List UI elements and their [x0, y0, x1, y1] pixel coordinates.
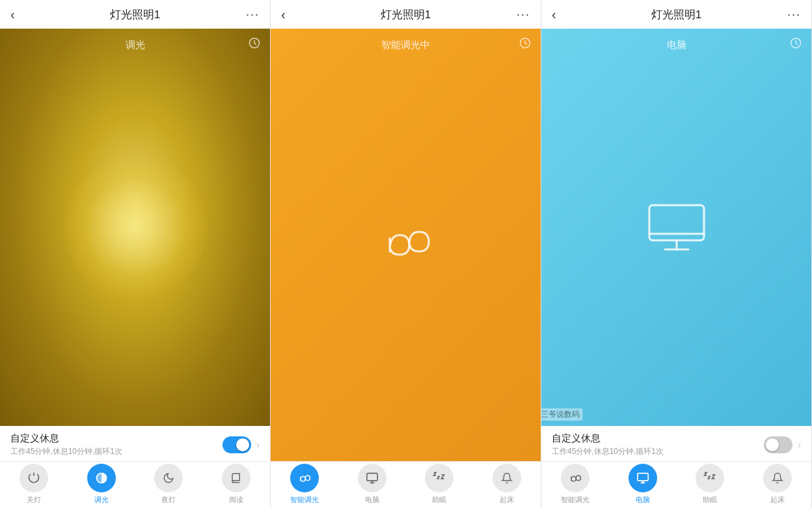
nav-icon-moon [154, 464, 183, 492]
title-p2: 灯光照明1 [381, 7, 431, 22]
nav-icon-bell [493, 464, 521, 492]
info-bar-p3: 自定义休息 工作45分钟,休息10分钟,循环1次 › [541, 426, 811, 461]
panel-smart-screen: ‹ 灯光照明1 ··· 智能调光中 [271, 0, 541, 508]
nav-icon-sleep-p3 [696, 464, 724, 492]
dimmer-background: 调光 [0, 29, 270, 426]
title-p1: 灯光照明1 [110, 7, 160, 22]
title-p3: 灯光照明1 [651, 7, 701, 22]
nav-icon-wakeup-p3 [763, 464, 792, 492]
arrow-icon-p1: › [256, 439, 260, 451]
arrow-icon-p3: › [798, 439, 801, 451]
toggle-p3[interactable] [764, 436, 792, 453]
back-button-p1[interactable]: ‹ [10, 7, 15, 22]
nav-item-power[interactable]: 关灯 [17, 464, 51, 505]
nav-bar-p3: 智能调光 电脑 助眠 [541, 461, 811, 508]
nav-label-sleep-p3: 助眠 [703, 495, 717, 505]
content-p2: 智能调光中 [271, 29, 541, 461]
svg-rect-4 [649, 205, 704, 240]
mode-label-p2: 智能调光中 [271, 39, 541, 51]
panel-computer-screen: ‹ 灯光照明1 ··· 电脑 [541, 0, 812, 508]
clock-icon-p1[interactable] [248, 36, 261, 53]
header-panel2: ‹ 灯光照明1 ··· [271, 0, 541, 29]
nav-item-wakeup-p3[interactable]: 起床 [761, 464, 794, 505]
wave-icon-p2 [377, 216, 435, 275]
info-title-p3: 自定义休息 [552, 432, 664, 445]
back-button-p3[interactable]: ‹ [552, 7, 556, 22]
nav-label-reading: 阅读 [229, 495, 243, 505]
info-bar-p1: 自定义休息 工作45分钟,休息10分钟,循环1次 › [0, 426, 270, 461]
more-button-p2[interactable]: ··· [517, 8, 530, 21]
glow-effect [64, 156, 207, 299]
mode-label-p1: 调光 [0, 39, 270, 51]
more-button-p3[interactable]: ··· [787, 8, 801, 21]
nav-label-smart: 智能调光 [290, 495, 319, 505]
info-subtitle-p3: 工作45分钟,休息10分钟,循环1次 [552, 446, 664, 457]
nav-label-computer-p2: 电脑 [365, 495, 379, 505]
info-right-p3: › [764, 436, 801, 453]
nav-icon-computer-p3 [629, 464, 657, 492]
nav-item-sleep[interactable]: 助眠 [422, 464, 456, 505]
toggle-knob-p3 [766, 438, 779, 451]
computer-background: 电脑 知乎 @小三爷说数码 [541, 29, 811, 426]
monitor-icon-p3 [644, 200, 709, 255]
more-button-p1[interactable]: ··· [246, 8, 260, 21]
nav-label-power: 关灯 [27, 495, 41, 505]
nav-bar-p1: 关灯 调光 夜灯 [0, 461, 270, 508]
info-title-p1: 自定义休息 [10, 432, 122, 445]
watermark-text2: @小三爷说数码 [541, 408, 582, 421]
info-row-p3: 自定义休息 工作45分钟,休息10分钟,循环1次 › [552, 432, 801, 457]
nav-icon-power [20, 464, 48, 492]
nav-label-wakeup-p3: 起床 [770, 495, 785, 505]
info-subtitle-p1: 工作45分钟,休息10分钟,循环1次 [10, 446, 122, 457]
nav-icon-smart [290, 464, 319, 492]
toggle-p1[interactable] [223, 436, 251, 453]
nav-label-wakeup: 起床 [500, 495, 514, 505]
nav-item-nightlight[interactable]: 夜灯 [152, 464, 185, 505]
info-text-p1: 自定义休息 工作45分钟,休息10分钟,循环1次 [10, 432, 122, 457]
toggle-knob-p1 [236, 438, 249, 451]
content-p3: 电脑 知乎 @小三爷说数码 [541, 29, 811, 426]
nav-icon-sleep [425, 464, 453, 492]
nav-item-computer-p2[interactable]: 电脑 [355, 464, 389, 505]
nav-item-dimmer[interactable]: 调光 [85, 464, 118, 505]
clock-icon-p2[interactable] [519, 36, 532, 53]
svg-rect-2 [366, 473, 377, 481]
nav-item-smart[interactable]: 智能调光 [288, 464, 321, 505]
nav-label-nightlight: 夜灯 [161, 495, 176, 505]
nav-icon-book [222, 464, 250, 492]
nav-label-computer-p3: 电脑 [636, 495, 650, 505]
nav-item-computer-p3[interactable]: 电脑 [626, 464, 660, 505]
nav-icon-smart-p3 [561, 464, 589, 492]
mode-label-p3: 电脑 [541, 39, 811, 51]
svg-rect-8 [637, 473, 647, 481]
nav-item-reading[interactable]: 阅读 [219, 464, 253, 505]
nav-item-wakeup[interactable]: 起床 [490, 464, 524, 505]
panel-dimmer-screen: ‹ 灯光照明1 ··· 调光 自定义休息 工作45分钟,休息10分钟,循环1次 [0, 0, 271, 508]
nav-item-sleep-p3[interactable]: 助眠 [693, 464, 727, 505]
nav-label-smart-p3: 智能调光 [561, 495, 589, 505]
watermark: 知乎 @小三爷说数码 [541, 408, 677, 421]
nav-label-sleep: 助眠 [432, 495, 446, 505]
content-p1: 调光 [0, 29, 270, 426]
nav-icon-dimmer [87, 464, 116, 492]
nav-item-smart-p3[interactable]: 智能调光 [558, 464, 592, 505]
nav-label-dimmer: 调光 [94, 495, 109, 505]
nav-icon-computer-p2 [358, 464, 386, 492]
header-panel1: ‹ 灯光照明1 ··· [0, 0, 270, 29]
header-panel3: ‹ 灯光照明1 ··· [541, 0, 811, 29]
clock-icon-p3[interactable] [789, 36, 802, 53]
back-button-p2[interactable]: ‹ [281, 7, 286, 22]
info-row-p1: 自定义休息 工作45分钟,休息10分钟,循环1次 › [10, 432, 260, 457]
info-text-p3: 自定义休息 工作45分钟,休息10分钟,循环1次 [552, 432, 664, 457]
smart-background: 智能调光中 [271, 29, 541, 461]
info-right-p1: › [223, 436, 260, 453]
nav-bar-p2: 智能调光 电脑 助眠 [271, 461, 541, 508]
